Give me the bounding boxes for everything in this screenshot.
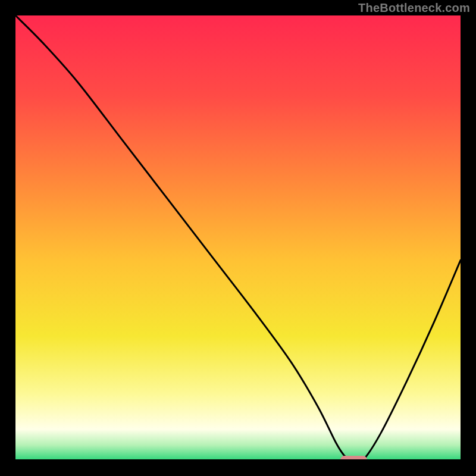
watermark-text: TheBottleneck.com [358,1,470,15]
plot-background [15,15,461,461]
bottleneck-chart [15,15,461,461]
chart-frame: TheBottleneck.com [0,0,476,476]
